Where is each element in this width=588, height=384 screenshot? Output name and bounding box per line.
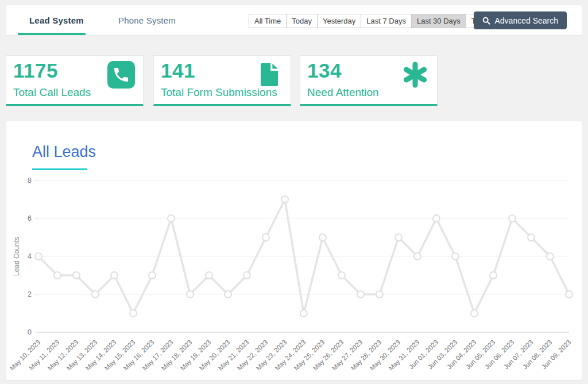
data-point[interactable] (206, 272, 212, 279)
stat-label: Total Form Submissions (161, 86, 277, 99)
stat-card-need-attention[interactable]: 134 Need Attention (300, 55, 438, 106)
advanced-search-button[interactable]: Advanced Search (474, 11, 567, 29)
data-point[interactable] (243, 272, 250, 279)
y-axis-tick: 4 (28, 252, 32, 260)
data-point[interactable] (452, 253, 459, 260)
data-point[interactable] (92, 291, 99, 298)
data-point[interactable] (73, 272, 80, 279)
advanced-search-label: Advanced Search (494, 16, 558, 25)
data-point[interactable] (300, 310, 307, 317)
filter-yesterday[interactable]: Yesterday (317, 14, 361, 28)
stat-label: Need Attention (307, 86, 379, 99)
active-tab-underline (18, 33, 86, 35)
data-point[interactable] (319, 234, 326, 241)
stat-value: 141 (161, 59, 195, 82)
stat-value: 134 (307, 59, 342, 82)
data-point[interactable] (566, 291, 572, 298)
y-axis-tick: 0 (28, 328, 32, 336)
tab-lead-system[interactable]: Lead System (29, 5, 84, 35)
data-point[interactable] (433, 215, 440, 222)
data-point[interactable] (338, 272, 345, 279)
chart-panel: All Leads 02468Lead CountsMay 10, 2023Ma… (6, 121, 582, 381)
stat-card-total-call-leads[interactable]: 1175 Total Call Leads (6, 55, 144, 106)
data-point[interactable] (35, 253, 42, 260)
document-icon (255, 61, 283, 89)
tab-phone-system[interactable]: Phone System (118, 5, 176, 35)
phone-icon (107, 61, 135, 89)
data-point[interactable] (187, 291, 194, 298)
y-axis-tick: 2 (28, 290, 32, 298)
data-point[interactable] (225, 291, 231, 298)
asterisk-icon (401, 61, 429, 89)
data-point[interactable] (376, 291, 383, 298)
data-point[interactable] (54, 272, 61, 279)
filter-last-7-days[interactable]: Last 7 Days (361, 14, 412, 28)
data-point[interactable] (490, 272, 497, 279)
tab-lead-system-label: Lead System (29, 16, 84, 25)
stat-card-total-form-submissions[interactable]: 141 Total Form Submissions (153, 55, 291, 106)
data-point[interactable] (547, 253, 554, 260)
tab-phone-system-label: Phone System (118, 16, 176, 25)
filter-last-30-days[interactable]: Last 30 Days (411, 14, 466, 28)
y-axis-title: Lead Counts (13, 237, 21, 276)
stat-value: 1175 (13, 59, 58, 82)
data-point[interactable] (357, 291, 364, 298)
data-point[interactable] (509, 215, 516, 222)
data-point[interactable] (262, 234, 269, 241)
y-axis-tick: 8 (28, 176, 32, 185)
data-point[interactable] (281, 196, 288, 203)
stat-label: Total Call Leads (13, 86, 91, 99)
data-point[interactable] (395, 234, 402, 241)
filter-today[interactable]: Today (286, 14, 318, 28)
data-point[interactable] (471, 310, 478, 317)
chart-title-underline (32, 168, 87, 170)
filter-all-time[interactable]: All Time (249, 14, 287, 28)
data-point[interactable] (130, 310, 137, 317)
data-point[interactable] (528, 234, 535, 241)
chart-title: All Leads (32, 143, 96, 161)
data-point[interactable] (149, 272, 156, 279)
leads-line-chart[interactable]: 02468Lead CountsMay 10, 2023May 11, 2023… (6, 176, 582, 381)
top-bar: Lead System Phone System All Time Today … (6, 5, 582, 36)
data-point[interactable] (414, 253, 421, 260)
y-axis-tick: 6 (28, 214, 32, 222)
data-point[interactable] (111, 272, 118, 279)
data-point[interactable] (168, 215, 175, 222)
search-icon (482, 17, 490, 25)
